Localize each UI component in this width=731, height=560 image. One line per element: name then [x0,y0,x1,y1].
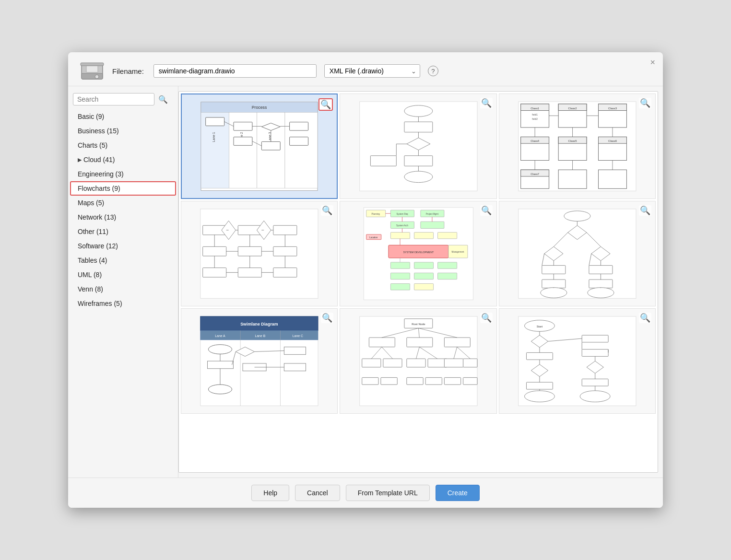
svg-rect-115 [414,232,433,238]
sidebar-item-tables[interactable]: Tables (4) [70,253,176,268]
svg-text:Process: Process [252,105,267,110]
file-type-select-wrapper[interactable]: XML File (.drawio) PNG File (.png) SVG F… [324,64,420,78]
svg-rect-139 [589,266,613,274]
svg-rect-181 [444,338,470,347]
svg-rect-85 [273,268,297,277]
svg-rect-123 [390,283,410,290]
from-template-url-button[interactable]: From Template URL [346,485,430,501]
svg-text:Class7: Class7 [531,173,539,175]
create-button[interactable]: Create [436,485,480,501]
sidebar-item-cloud[interactable]: ▶ Cloud (41) [70,152,176,167]
header-help-button[interactable]: ? [428,66,438,76]
sidebar-item-charts[interactable]: Charts (5) [70,138,176,152]
svg-text:Lane 1: Lane 1 [212,132,215,142]
sidebar-item-uml[interactable]: UML (8) [70,268,176,282]
svg-text:System Arch: System Arch [396,224,408,227]
sidebar: 🔍 Basic (9) Business (15) Charts (5) ▶ C… [68,86,178,478]
svg-rect-84 [238,268,262,277]
template-cell-flow1[interactable]: 🔍 [340,93,496,199]
sidebar-item-engineering[interactable]: Engineering (3) [70,167,176,181]
svg-rect-15 [206,117,224,126]
svg-rect-179 [369,338,395,347]
svg-rect-109 [420,222,444,228]
search-input[interactable] [73,93,154,105]
template-cell-network-flow[interactable]: 🔍 Root Node [340,308,496,414]
dialog-footer: Help Cancel From Template URL Create [68,478,663,508]
sidebar-item-venn[interactable]: Venn (8) [70,282,176,296]
svg-text:Project Mgmt: Project Mgmt [425,213,438,215]
svg-rect-20 [290,122,308,130]
search-row: 🔍 [68,91,178,109]
svg-rect-64 [558,170,587,188]
zoom-icon-1[interactable]: 🔍 [318,98,333,111]
dialog-body: 🔍 Basic (9) Business (15) Charts (5) ▶ C… [68,86,663,478]
svg-rect-180 [406,338,432,347]
sidebar-item-software[interactable]: Software (12) [70,239,176,253]
svg-text:Swimlane Diagram: Swimlane Diagram [240,321,278,326]
svg-text:Class5: Class5 [568,140,578,142]
template-cell-arrow-flow[interactable]: 🔍 Start [499,308,656,414]
svg-point-3 [95,75,99,79]
templates-grid: 🔍 Process Lane 1 Lane [179,92,658,416]
sidebar-item-label-tables: Tables (4) [78,257,107,264]
sidebar-item-network[interactable]: Network (13) [70,210,176,224]
svg-text:Class2: Class2 [568,107,577,110]
svg-rect-117 [390,262,410,268]
svg-rect-124 [414,283,433,290]
sidebar-item-label-software: Software (12) [78,242,118,250]
zoom-icon-3[interactable]: 🔍 [639,98,651,108]
svg-rect-187 [463,359,477,367]
svg-rect-17 [234,137,252,145]
svg-rect-214 [582,379,608,386]
template-cell-swimlane[interactable]: 🔍 Process Lane 1 Lane [181,93,338,199]
sidebar-item-label-maps: Maps (5) [78,199,104,207]
zoom-icon-8[interactable]: 🔍 [480,313,493,323]
sidebar-item-business[interactable]: Business (15) [70,124,176,138]
search-button[interactable]: 🔍 [156,94,170,105]
template-cell-decision-flow[interactable]: 🔍 [499,201,656,306]
template-cell-process-flow[interactable]: 🔍 [181,201,338,306]
sidebar-item-basic[interactable]: Basic (9) [70,109,176,124]
close-button[interactable]: × [650,58,655,67]
file-type-select[interactable]: XML File (.drawio) PNG File (.png) SVG F… [324,64,420,78]
svg-rect-141 [589,280,613,288]
zoom-icon-2[interactable]: 🔍 [480,98,493,108]
zoom-icon-9[interactable]: 🔍 [639,313,651,323]
sidebar-item-wireframes[interactable]: Wireframes (5) [70,296,176,311]
template-cell-complex-flow[interactable]: 🔍 Planning System Req Project Mgmt Syste… [340,201,496,306]
svg-text:System Req: System Req [396,213,408,215]
svg-text:Planning: Planning [371,213,380,215]
sidebar-item-label-engineering: Engineering (3) [78,170,124,178]
sidebar-item-label-flowcharts: Flowcharts (9) [78,185,120,192]
svg-point-164 [209,345,232,354]
zoom-icon-7[interactable]: 🔍 [321,313,333,323]
sidebar-item-label-basic: Basic (9) [78,113,104,120]
sidebar-item-other[interactable]: Other (11) [70,224,176,239]
template-cell-uml1[interactable]: 🔍 Class1 field1 field2 Class2 [499,93,656,199]
dialog: × Filename: XML File (.drawio) PNG File … [68,52,663,508]
svg-text:Start: Start [537,325,543,328]
svg-rect-138 [542,266,566,274]
svg-point-134 [564,211,590,222]
svg-rect-185 [428,359,447,367]
svg-rect-1 [82,73,103,79]
svg-rect-118 [414,262,433,268]
template-cell-swimlane2[interactable]: 🔍 Swimlane Diagram Lane A Lane B Lane C [181,308,338,414]
sidebar-item-maps[interactable]: Maps (5) [70,196,176,210]
sidebar-item-flowcharts[interactable]: Flowcharts (9) [70,181,176,196]
svg-rect-82 [273,246,297,256]
zoom-icon-5[interactable]: 🔍 [480,205,493,216]
sidebar-item-label-cloud: Cloud (41) [83,156,115,163]
zoom-icon-6[interactable]: 🔍 [639,205,651,216]
svg-rect-121 [414,273,433,279]
svg-rect-4 [81,63,104,66]
cancel-button[interactable]: Cancel [295,485,340,501]
cloud-arrow-icon: ▶ [78,157,82,163]
filename-input[interactable] [153,64,317,78]
svg-rect-188 [362,377,378,385]
svg-rect-165 [208,361,234,369]
svg-rect-6 [201,102,229,188]
help-button[interactable]: Help [251,485,289,501]
svg-rect-140 [542,280,566,288]
zoom-icon-4[interactable]: 🔍 [321,205,333,216]
